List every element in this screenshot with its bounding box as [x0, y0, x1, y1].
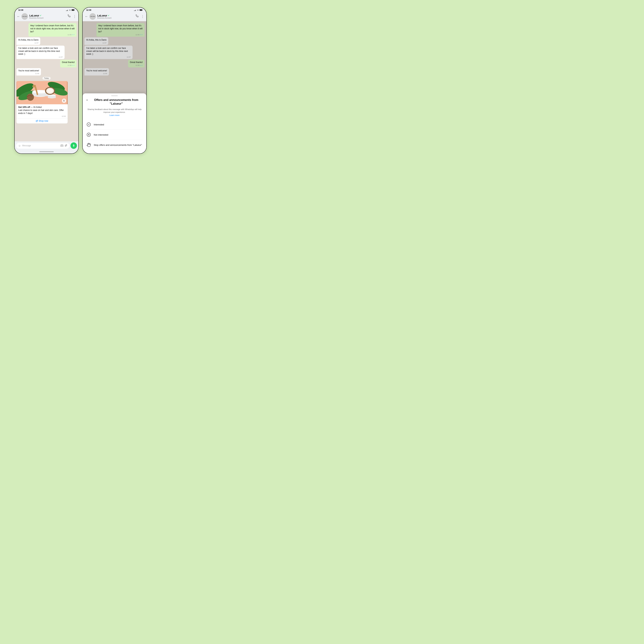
message-input-field[interactable]: ☺ Message	[16, 143, 69, 149]
header-actions-left: ⋮	[68, 14, 76, 18]
msg-incoming-2: I've taken a look and can confirm our fa…	[16, 46, 65, 59]
msg-incoming-r3: You're most welcome! 11:59	[84, 68, 109, 75]
product-card-body: Get 10% off — Hi Anika! Last chance to s…	[16, 104, 68, 118]
business-sub-right: Business Account	[97, 17, 134, 19]
time-right: 12:30	[86, 9, 91, 11]
back-button-right[interactable]: ←	[85, 15, 88, 18]
battery-icon-right	[140, 9, 143, 11]
svg-point-35	[138, 11, 138, 11]
shop-icon	[36, 120, 38, 122]
attach-icon-input[interactable]	[65, 144, 67, 147]
interested-label: Interested	[94, 123, 104, 126]
svg-marker-31	[134, 10, 134, 11]
status-bar-right: 12:30	[83, 8, 146, 12]
sheet-close-button[interactable]: ×	[86, 99, 88, 102]
svg-line-27	[37, 120, 38, 121]
product-image-svg	[16, 81, 68, 104]
svg-point-26	[27, 94, 34, 101]
battery-icon	[72, 9, 75, 11]
stop-offers-label: Stop offers and announcements from "Lalu…	[94, 144, 142, 146]
sheet-handle	[111, 96, 118, 96]
svg-point-28	[61, 145, 62, 146]
header-info-right: LaLueur ✓ Business Account	[97, 14, 134, 19]
option-not-interested[interactable]: Not interested	[86, 130, 143, 140]
avatar-left: LaLueur	[21, 13, 28, 20]
sheet-header: × Offers and announcements from "Lalueur…	[86, 98, 143, 106]
emoji-icon[interactable]: ☺	[18, 144, 21, 147]
signal-icon-right	[134, 9, 136, 11]
option-stop-offers[interactable]: Stop offers and announcements from "Lalu…	[86, 140, 143, 150]
product-card-time: 12:03	[18, 115, 66, 117]
svg-rect-38	[142, 10, 143, 10]
status-bar-left: 12:30	[15, 8, 78, 12]
more-icon-left[interactable]: ⋮	[73, 14, 76, 18]
status-icons-right	[134, 9, 143, 11]
msg-outgoing-r1: Hey I ordered face cream from before, bu…	[96, 23, 145, 37]
sheet-title: Offers and announcements from "Lalueur"	[90, 98, 143, 106]
header-actions-right: ⋮	[136, 14, 144, 18]
sheet-subtitle: Sharing feedback about this message with…	[86, 108, 143, 117]
mic-button[interactable]	[70, 142, 77, 149]
business-name-right: LaLueur ✓	[97, 14, 134, 17]
stop-offers-icon	[86, 142, 91, 147]
date-divider-left: Today	[42, 77, 51, 80]
business-name-left: LaLueur ✓	[29, 14, 66, 17]
msg-incoming-1: Hi Anika, this is Dario 11:57	[16, 37, 40, 45]
svg-marker-1	[67, 10, 67, 11]
svg-marker-34	[136, 9, 136, 11]
check-marks-2: ✓✓	[72, 64, 75, 67]
more-icon-right[interactable]: ⋮	[141, 14, 144, 18]
product-card-image: ℹ	[16, 81, 68, 104]
phone-left: 12:30 ← LaLueur L	[14, 7, 79, 154]
chat-body-left[interactable]: Hey I ordered face cream from before, bu…	[15, 21, 78, 141]
call-icon-right[interactable]	[136, 14, 138, 18]
svg-point-25	[47, 89, 53, 93]
not-interested-icon	[86, 132, 91, 137]
svg-rect-6	[72, 9, 74, 11]
home-indicator-left	[15, 150, 78, 153]
svg-marker-33	[135, 9, 136, 11]
status-icons-left	[66, 9, 75, 11]
svg-marker-32	[135, 10, 135, 11]
mic-icon	[72, 144, 75, 147]
product-card-title: Get 10% off — Hi Anika! Last chance to s…	[18, 106, 66, 115]
msg-incoming-r2: I've taken a look and can confirm our fa…	[84, 46, 133, 59]
header-info-left: LaLueur ✓ Business Account	[29, 14, 66, 19]
shop-now-button[interactable]: Shop now	[16, 118, 68, 123]
home-bar-left	[39, 152, 54, 152]
svg-marker-3	[68, 9, 68, 11]
phone-right: 12:30 ← LaLueur L	[82, 7, 147, 154]
option-interested[interactable]: Interested	[86, 119, 143, 130]
msg-incoming-3: You're most welcome! 11:59	[16, 68, 41, 75]
avatar-right: LaLueur	[89, 13, 96, 20]
svg-marker-0	[66, 10, 66, 11]
interested-icon	[86, 122, 91, 127]
check-marks-1: ✓✓	[72, 33, 75, 36]
bottom-sheet[interactable]: × Offers and announcements from "Lalueur…	[83, 93, 146, 153]
svg-rect-7	[74, 10, 75, 10]
chat-input-bar-left[interactable]: ☺ Message	[15, 141, 78, 150]
product-card-left[interactable]: ℹ Get 10% off — Hi Anika! Last chance to…	[16, 81, 68, 123]
svg-marker-2	[67, 9, 68, 11]
svg-rect-37	[140, 9, 142, 11]
message-placeholder[interactable]: Message	[22, 144, 59, 147]
msg-outgoing-r2: Great thanks! 11:58 ✓✓	[128, 60, 145, 67]
chat-header-left: ← LaLueur LaLueur ✓ Business Account ⋮	[15, 12, 78, 21]
business-sub-left: Business Account	[29, 17, 66, 19]
wifi-icon-right	[137, 9, 139, 11]
wifi-icon	[69, 9, 71, 11]
signal-icon	[66, 9, 68, 11]
not-interested-label: Not interested	[94, 133, 108, 136]
back-button-left[interactable]: ←	[17, 15, 20, 18]
learn-more-link[interactable]: Learn more	[109, 114, 119, 116]
camera-icon-input[interactable]	[60, 144, 63, 147]
svg-point-4	[70, 11, 70, 11]
msg-outgoing-1: Hey I ordered face cream from before, bu…	[28, 23, 77, 37]
call-icon-left[interactable]	[68, 14, 70, 18]
info-button[interactable]: ℹ	[62, 99, 66, 103]
verified-badge-right: ✓	[108, 14, 109, 17]
chat-header-right: ← LaLueur LaLueur ✓ Business Account ⋮	[83, 12, 146, 21]
verified-badge-left: ✓	[40, 14, 42, 17]
msg-outgoing-2: Great thanks! 11:58 ✓✓	[60, 60, 77, 67]
msg-incoming-r1: Hi Anika, this is Dario 11:57	[84, 37, 108, 45]
